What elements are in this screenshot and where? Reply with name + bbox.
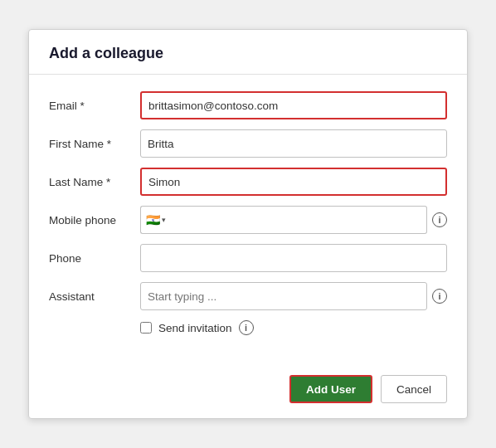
dialog-footer: Add User Cancel bbox=[29, 365, 467, 418]
first-name-input[interactable] bbox=[140, 129, 447, 158]
first-name-row: First Name * bbox=[49, 129, 447, 158]
mobile-phone-label: Mobile phone bbox=[49, 214, 140, 226]
send-invitation-row: Send invitation i bbox=[140, 320, 447, 335]
add-colleague-dialog: Add a colleague Email * First Name * Las… bbox=[28, 29, 468, 419]
phone-flag-wrapper: 🇮🇳 ▾ bbox=[140, 206, 427, 234]
flag-icon: 🇮🇳 bbox=[146, 213, 160, 226]
last-name-row: Last Name * bbox=[49, 168, 447, 196]
phone-row: Phone bbox=[49, 244, 447, 272]
mobile-phone-row: Mobile phone 🇮🇳 ▾ i bbox=[49, 206, 447, 234]
last-name-input[interactable] bbox=[140, 168, 447, 196]
add-user-button[interactable]: Add User bbox=[289, 375, 372, 403]
assistant-input[interactable] bbox=[140, 282, 427, 310]
assistant-label: Assistant bbox=[49, 290, 140, 303]
assistant-field-wrapper: i bbox=[140, 282, 447, 310]
email-input[interactable] bbox=[140, 91, 447, 119]
assistant-info-icon[interactable]: i bbox=[432, 289, 447, 304]
email-label: Email * bbox=[49, 100, 140, 112]
send-invitation-checkbox[interactable] bbox=[140, 322, 152, 334]
mobile-phone-info-icon[interactable]: i bbox=[432, 212, 447, 227]
phone-input[interactable] bbox=[140, 244, 447, 272]
last-name-field-wrapper bbox=[140, 168, 447, 196]
send-invitation-info-icon[interactable]: i bbox=[239, 320, 254, 335]
phone-label: Phone bbox=[49, 252, 140, 265]
phone-field-wrapper bbox=[140, 244, 447, 272]
mobile-phone-field-wrapper: 🇮🇳 ▾ i bbox=[140, 206, 447, 234]
first-name-label: First Name * bbox=[49, 138, 140, 150]
cancel-button[interactable]: Cancel bbox=[381, 375, 447, 403]
dialog-body: Email * First Name * Last Name * Mobile … bbox=[29, 75, 467, 365]
last-name-label: Last Name * bbox=[49, 176, 140, 188]
flag-selector[interactable]: 🇮🇳 ▾ bbox=[140, 206, 171, 234]
send-invitation-label[interactable]: Send invitation bbox=[158, 322, 232, 334]
mobile-phone-input[interactable] bbox=[171, 206, 427, 234]
email-field-wrapper bbox=[140, 91, 447, 119]
email-row: Email * bbox=[49, 91, 447, 119]
first-name-field-wrapper bbox=[140, 129, 447, 158]
dialog-title: Add a colleague bbox=[49, 45, 447, 62]
chevron-down-icon: ▾ bbox=[162, 216, 166, 224]
assistant-row: Assistant i bbox=[49, 282, 447, 310]
dialog-header: Add a colleague bbox=[29, 30, 467, 75]
